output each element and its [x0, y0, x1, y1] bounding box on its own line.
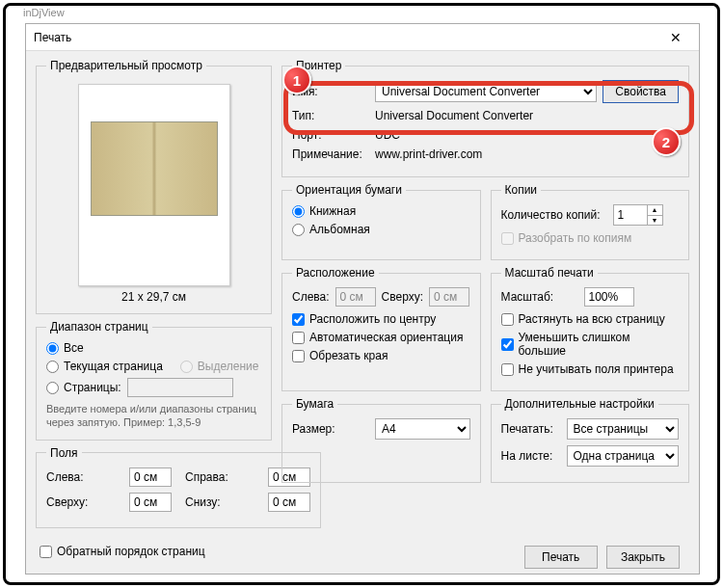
orient-portrait-radio[interactable] — [292, 205, 305, 218]
margin-left-input[interactable] — [129, 468, 172, 487]
orient-landscape-label: Альбомная — [309, 223, 370, 236]
titlebar: Печать ✕ — [26, 24, 699, 51]
extra-group: Дополнительные настройки Печатать: Все с… — [491, 397, 690, 483]
reverse-checkbox[interactable] — [40, 546, 52, 558]
orient-portrait-label: Книжная — [309, 204, 356, 218]
range-pages-input[interactable] — [127, 378, 233, 397]
pos-top-label: Сверху: — [382, 290, 423, 304]
margin-bottom-input[interactable] — [268, 493, 310, 512]
extra-sheet-label: На листе: — [501, 449, 561, 463]
close-button[interactable]: Закрыть — [606, 546, 680, 569]
paper-size-select[interactable]: A4 — [375, 418, 470, 440]
range-selection-label: Выделение — [198, 360, 259, 373]
printer-group: Принтер Имя: Universal Document Converte… — [281, 59, 689, 177]
crop-label: Обрезать края — [309, 349, 388, 362]
scale-label: Масштаб: — [501, 290, 578, 304]
printer-legend: Принтер — [292, 59, 345, 72]
range-legend: Диапазон страниц — [46, 320, 152, 334]
collate-label: Разобрать по копиям — [519, 231, 632, 245]
close-icon[interactable]: ✕ — [660, 26, 691, 49]
app-title: inDjView — [23, 7, 65, 18]
orient-landscape-radio[interactable] — [292, 224, 305, 236]
preview-thumbnail — [78, 84, 230, 286]
margin-top-input[interactable] — [129, 493, 172, 512]
book-image — [91, 121, 218, 216]
ignoremargins-label: Не учитывать поля принтера — [519, 362, 674, 376]
copies-count-label: Количество копий: — [501, 208, 607, 222]
paper-size-label: Размер: — [292, 422, 369, 436]
printer-port-value: UDC — [375, 128, 400, 142]
copies-spinner[interactable]: ▲▼ — [613, 204, 663, 226]
pos-left-input[interactable] — [335, 287, 376, 307]
paper-legend: Бумага — [292, 397, 337, 411]
range-group: Диапазон страниц Все Текущая страница Вы… — [36, 320, 272, 441]
copies-input[interactable] — [614, 205, 647, 225]
extra-legend: Дополнительные настройки — [501, 397, 658, 411]
range-all-radio[interactable] — [46, 342, 59, 355]
margin-top-label: Сверху: — [46, 495, 123, 509]
ignoremargins-checkbox[interactable] — [501, 363, 514, 376]
printer-port-label: Порт: — [292, 128, 369, 142]
center-label: Расположить по центру — [309, 312, 436, 326]
printer-note-label: Примечание: — [292, 147, 369, 161]
range-selection-radio — [180, 361, 193, 373]
printer-name-select[interactable]: Universal Document Converter — [375, 81, 597, 102]
position-legend: Расположение — [292, 266, 379, 280]
autoorient-label: Автоматическая ориентация — [309, 331, 463, 344]
scale-legend: Масштаб печати — [501, 266, 598, 280]
position-group: Расположение Слева: Сверху: Расположить … — [281, 266, 481, 391]
print-button[interactable]: Печать — [524, 546, 598, 569]
fit-label: Растянуть на всю страницу — [519, 312, 665, 326]
margins-legend: Поля — [46, 446, 82, 460]
crop-checkbox[interactable] — [292, 350, 305, 362]
range-hint: Введите номера и/или диапазоны страниц ч… — [46, 402, 261, 430]
copies-group: Копии Количество копий: ▲▼ Разобрать по … — [491, 183, 690, 260]
autoorient-checkbox[interactable] — [292, 332, 305, 344]
chevron-down-icon[interactable]: ▼ — [648, 216, 662, 226]
pos-top-input[interactable] — [429, 287, 469, 307]
orient-group: Ориентация бумаги Книжная Альбомная — [281, 183, 481, 260]
range-pages-label: Страницы: — [64, 381, 121, 394]
range-current-label: Текущая страница — [64, 360, 163, 373]
chevron-up-icon[interactable]: ▲ — [648, 205, 662, 216]
scale-input[interactable] — [584, 287, 634, 307]
collate-checkbox — [501, 232, 514, 245]
printer-note-value: www.print-driver.com — [375, 147, 482, 161]
orient-legend: Ориентация бумаги — [292, 183, 406, 197]
extra-sheet-select[interactable]: Одна страница — [567, 445, 680, 467]
printer-name-label: Имя: — [292, 85, 369, 98]
preview-group: Предварительный просмотр 21 x 29,7 см — [36, 59, 272, 314]
center-checkbox[interactable] — [292, 313, 305, 326]
margin-right-label: Справа: — [185, 470, 262, 484]
pos-left-label: Слева: — [292, 290, 330, 304]
margins-group: Поля Слева: Справа: Сверху: Снизу: — [36, 446, 321, 528]
preview-legend: Предварительный просмотр — [46, 59, 206, 72]
print-dialog: Печать ✕ Предварительный просмотр 21 x 2… — [25, 23, 700, 575]
properties-button[interactable]: Свойства — [602, 80, 679, 103]
shrink-checkbox[interactable] — [501, 338, 514, 351]
preview-caption: 21 x 29,7 см — [46, 290, 261, 304]
shrink-label: Уменьшить слишком большие — [519, 331, 680, 358]
fit-checkbox[interactable] — [501, 313, 514, 326]
range-pages-radio[interactable] — [46, 382, 59, 394]
extra-print-select[interactable]: Все страницы — [567, 418, 680, 440]
dialog-title: Печать — [34, 31, 660, 44]
printer-type-value: Universal Document Converter — [375, 109, 533, 122]
extra-print-label: Печатать: — [501, 422, 561, 436]
margin-left-label: Слева: — [46, 470, 123, 484]
copies-legend: Копии — [501, 183, 542, 197]
printer-type-label: Тип: — [292, 109, 369, 122]
paper-group: Бумага Размер: A4 — [281, 397, 481, 483]
range-current-radio[interactable] — [46, 361, 59, 373]
range-all-label: Все — [64, 341, 84, 355]
reverse-label: Обратный порядок страниц — [57, 545, 205, 558]
margin-bottom-label: Снизу: — [185, 495, 262, 509]
scale-group: Масштаб печати Масштаб: Растянуть на всю… — [491, 266, 690, 391]
